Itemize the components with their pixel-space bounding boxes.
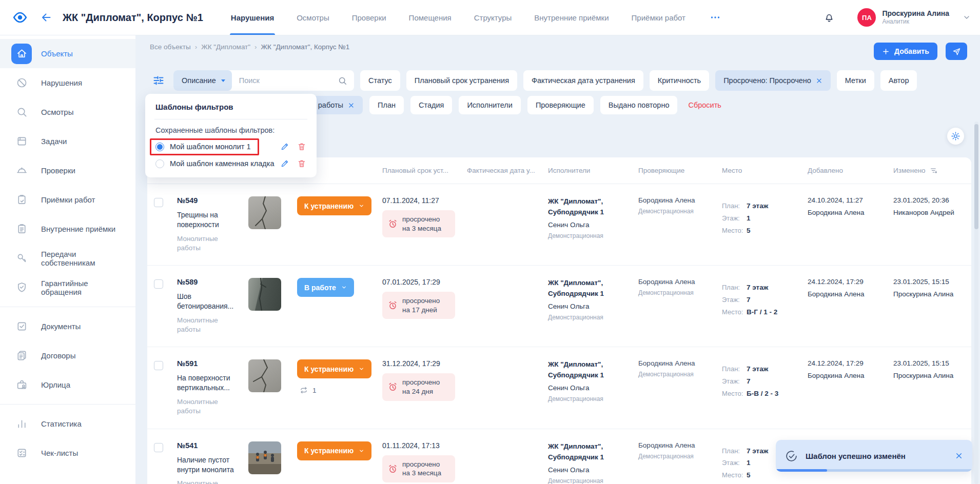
- violations-table: Плановый срок уст... Фактическая дата у.…: [147, 157, 971, 484]
- close-icon[interactable]: [348, 102, 355, 109]
- filter-chip[interactable]: Стадия: [410, 96, 452, 114]
- sidebar-item[interactable]: Задачи: [0, 127, 135, 156]
- sidebar-item[interactable]: Объекты: [0, 39, 135, 68]
- violation-title[interactable]: На поверхности вертикальных...: [177, 373, 242, 393]
- defect-photo[interactable]: [248, 359, 281, 392]
- more-tabs-icon[interactable]: [709, 11, 721, 24]
- defect-photo[interactable]: [248, 278, 281, 311]
- filter-chip[interactable]: Проверяющие: [527, 96, 594, 114]
- avatar[interactable]: ПА: [857, 8, 876, 27]
- user-menu-chevron-icon[interactable]: [963, 13, 971, 22]
- col-fact-date[interactable]: Фактическая дата у...: [467, 167, 548, 174]
- col-checkers[interactable]: Проверяющие: [638, 167, 722, 174]
- table-row[interactable]: №549 Трещины на поверхности Монолитные р…: [147, 184, 971, 265]
- col-plan-date[interactable]: Плановый срок уст...: [382, 167, 467, 174]
- status-button[interactable]: В работе: [297, 278, 354, 297]
- violation-title[interactable]: Наличие пустот внутри монолита: [177, 455, 242, 475]
- sidebar-item[interactable]: Проверки: [0, 156, 135, 185]
- filter-chip[interactable]: Исполнители: [459, 96, 520, 114]
- status-button[interactable]: К устранению: [297, 441, 371, 460]
- share-button[interactable]: [946, 43, 967, 60]
- filter-template-option[interactable]: Мой шаблон монолит 1: [150, 138, 259, 155]
- filter-chip[interactable]: Выдано повторно: [600, 96, 678, 114]
- filter-chip[interactable]: Автор: [880, 70, 917, 91]
- edit-pencil-icon[interactable]: [280, 159, 289, 168]
- user-info[interactable]: Проскурина Алина Аналитик: [882, 9, 949, 26]
- defect-photo[interactable]: [248, 441, 281, 474]
- violation-number[interactable]: №549: [177, 196, 242, 205]
- violation-number[interactable]: №589: [177, 278, 242, 286]
- filter-settings-button[interactable]: [150, 71, 167, 90]
- filter-chip[interactable]: Статус: [360, 70, 400, 91]
- reset-filters-button[interactable]: Сбросить: [688, 101, 721, 109]
- col-added[interactable]: Добавлено: [808, 167, 893, 174]
- breadcrumb-item[interactable]: Все объекты: [150, 43, 197, 51]
- sidebar-item[interactable]: Статистика: [0, 409, 135, 438]
- search-icon[interactable]: [338, 76, 347, 86]
- sidebar-item[interactable]: Передачи собственникам: [0, 244, 135, 273]
- header-tab[interactable]: Проверки: [352, 0, 386, 35]
- sidebar-item[interactable]: Чек-листы: [0, 438, 135, 468]
- sidebar-item[interactable]: Гарантийные обращения: [0, 273, 135, 302]
- status-button[interactable]: К устранению: [297, 359, 371, 378]
- header-tab[interactable]: Приёмки работ: [632, 0, 685, 35]
- filter-chip[interactable]: Плановый срок устранения: [406, 70, 517, 91]
- filter-template-option[interactable]: Мой шаблон каменная кладка: [155, 159, 274, 168]
- sort-icon[interactable]: [930, 167, 937, 174]
- add-button[interactable]: Добавить: [874, 43, 937, 60]
- overdue-badge: просрочено на 3 месяца: [382, 455, 455, 482]
- breadcrumb-item[interactable]: ЖК "Дипломат": [201, 43, 257, 51]
- edit-pencil-icon[interactable]: [280, 142, 289, 151]
- table-settings-button[interactable]: [947, 128, 964, 145]
- sidebar-item[interactable]: Внутренние приёмки: [0, 214, 135, 244]
- checker-note: Демонстрационная: [638, 453, 716, 460]
- header-tab[interactable]: Нарушения: [231, 0, 274, 35]
- sidebar-item[interactable]: Приёмки работ: [0, 185, 135, 214]
- search-input[interactable]: [232, 76, 338, 85]
- table-row[interactable]: №589 Шов бетонирования... Монолитные раб…: [147, 265, 971, 347]
- breadcrumb-item[interactable]: ЖК "Дипломат", Корпус №1: [261, 43, 350, 51]
- row-checkbox[interactable]: [154, 443, 163, 452]
- filter-chip-selected[interactable]: Просрочено: Просрочено: [715, 70, 831, 91]
- violation-title[interactable]: Трещины на поверхности: [177, 210, 242, 230]
- sidebar-item[interactable]: Осмотры: [0, 97, 135, 127]
- sidebar-item[interactable]: Договоры: [0, 341, 135, 370]
- defect-photo[interactable]: [248, 196, 281, 229]
- page-scrollbar-thumb[interactable]: [974, 124, 978, 229]
- sidebar-item[interactable]: Юрлица: [0, 370, 135, 399]
- col-executors[interactable]: Исполнители: [548, 167, 638, 174]
- col-place[interactable]: Место: [722, 167, 808, 174]
- table-row[interactable]: №591 На поверхности вертикальных... Моно…: [147, 347, 971, 428]
- filter-chip[interactable]: План: [369, 96, 404, 114]
- filter-chip[interactable]: Метки: [837, 70, 874, 91]
- header-tab[interactable]: Помещения: [409, 0, 452, 35]
- search-field-selector[interactable]: Описание: [173, 70, 232, 91]
- filter-chip[interactable]: Фактическая дата устранения: [523, 70, 643, 91]
- executor-org: ЖК "Дипломат", Субподрядчик 1: [548, 278, 632, 299]
- violation-title[interactable]: Шов бетонирования...: [177, 292, 242, 311]
- header-tab[interactable]: Осмотры: [297, 0, 329, 35]
- header-tab[interactable]: Структуры: [474, 0, 512, 35]
- violation-number[interactable]: №591: [177, 359, 242, 368]
- chevron-down-icon: [359, 366, 364, 372]
- radio-icon[interactable]: [155, 143, 164, 151]
- toast-close-icon[interactable]: [955, 452, 963, 460]
- changed-by: Проскурина Алина: [893, 290, 965, 298]
- delete-trash-icon[interactable]: [297, 159, 306, 168]
- close-icon[interactable]: [816, 77, 822, 84]
- filter-chip[interactable]: Критичность: [650, 70, 709, 91]
- row-checkbox[interactable]: [154, 198, 163, 207]
- row-checkbox[interactable]: [154, 279, 163, 289]
- row-checkbox[interactable]: [154, 361, 163, 370]
- sidebar-item[interactable]: Нарушения: [0, 68, 135, 97]
- status-button[interactable]: К устранению: [297, 196, 371, 215]
- back-arrow-icon[interactable]: [40, 11, 52, 24]
- header-tab[interactable]: Внутренние приёмки: [534, 0, 609, 35]
- radio-icon[interactable]: [155, 159, 164, 168]
- delete-trash-icon[interactable]: [297, 142, 306, 151]
- sidebar-item[interactable]: Документы: [0, 312, 135, 341]
- app-logo-icon[interactable]: [11, 10, 29, 25]
- violation-number[interactable]: №541: [177, 441, 242, 450]
- checker-person: Бородкина Алена: [638, 278, 716, 286]
- notifications-bell-icon[interactable]: [824, 12, 835, 23]
